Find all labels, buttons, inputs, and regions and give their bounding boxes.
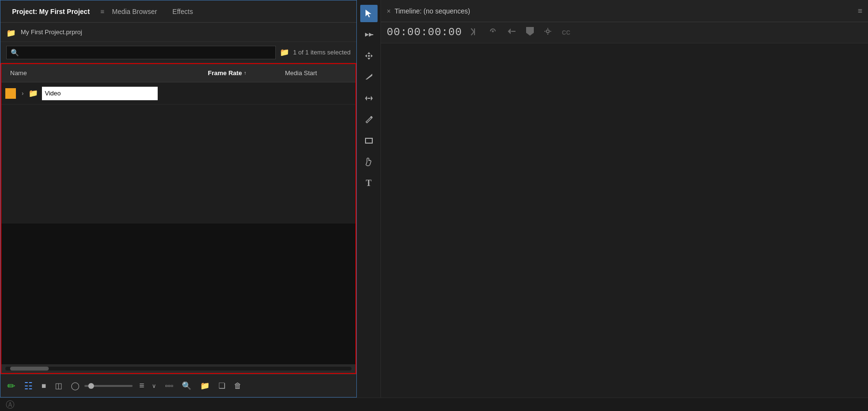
svg-marker-9	[366, 74, 372, 80]
svg-marker-10	[365, 96, 367, 101]
tab-project[interactable]: Project: My First Project	[4, 5, 97, 18]
captions-icon[interactable]: CC	[560, 28, 571, 38]
icon-view-button[interactable]: ■	[40, 380, 48, 392]
scrollbar-track[interactable]	[5, 367, 352, 371]
bottom-bar: Ⓐ	[0, 398, 868, 411]
rectangle-tool[interactable]	[360, 132, 378, 149]
tab-media-browser[interactable]: Media Browser	[104, 5, 164, 18]
tool-strip: T	[357, 0, 381, 398]
svg-marker-5	[367, 58, 370, 60]
up-folder-icon[interactable]: 📁	[6, 28, 16, 36]
freeform-view-button[interactable]: ◫	[53, 379, 64, 392]
svg-point-8	[368, 55, 370, 57]
svg-marker-17	[508, 28, 511, 34]
row-color-swatch[interactable]	[5, 88, 16, 99]
timeline-menu-icon[interactable]: ≡	[858, 7, 862, 15]
new-item-button[interactable]: ✏	[5, 378, 17, 394]
search-wrap[interactable]: 🔍	[6, 46, 276, 59]
zoom-circle-icon[interactable]: ◯	[69, 379, 81, 392]
column-headers: Name Frame Rate ↑ Media Start	[1, 64, 355, 82]
items-selected-label: 1 of 1 items selected	[293, 49, 351, 56]
content-area: Name Frame Rate ↑ Media Start › 📁	[0, 63, 356, 374]
metadata-button[interactable]: ▫▫▫	[163, 380, 175, 392]
col-header-name[interactable]: Name	[5, 69, 208, 77]
hand-tool[interactable]	[360, 153, 378, 171]
scrollbar-thumb[interactable]	[10, 367, 49, 371]
zoom-slider[interactable]	[84, 385, 133, 387]
svg-rect-14	[366, 138, 372, 143]
timeline-toolbar: 00:00:00:00 CC	[381, 22, 868, 43]
col-header-media-start[interactable]: Media Start	[285, 69, 317, 77]
close-button[interactable]: ×	[387, 7, 391, 15]
svg-marker-0	[366, 10, 371, 17]
type-tool[interactable]: T	[360, 174, 378, 192]
svg-marker-19	[526, 27, 534, 36]
panel-tabs: Project: My First Project ≡ Media Browse…	[0, 0, 356, 23]
svg-marker-3	[369, 33, 373, 37]
trim-tool[interactable]	[360, 90, 378, 107]
new-bin-button[interactable]: 📁	[198, 379, 212, 392]
timeline-title: Timeline: (no sequences)	[394, 7, 854, 15]
table-row[interactable]: › 📁	[1, 82, 355, 105]
bottom-toolbar: ✏ ☷ ■ ◫ ◯ ≡ ∨ ▫▫▫ 🔍 📁 ❏	[0, 374, 356, 397]
adobe-logo: Ⓐ	[6, 399, 14, 411]
razor-tool[interactable]	[360, 68, 378, 86]
timecode: 00:00:00:00	[387, 27, 462, 39]
search-input[interactable]	[21, 49, 271, 56]
table-body: › 📁	[1, 82, 355, 224]
row-expand-btn[interactable]: ›	[19, 90, 27, 97]
move-tool[interactable]	[360, 47, 378, 65]
list-view-button[interactable]: ☷	[22, 378, 35, 394]
horizontal-scrollbar[interactable]	[1, 364, 355, 373]
col-header-frame-rate[interactable]: Frame Rate ↑	[208, 69, 285, 77]
search-row: 🔍 📁 1 of 1 items selected	[0, 42, 356, 63]
track-select-tool[interactable]	[360, 26, 378, 43]
search-icon: 🔍	[11, 49, 19, 56]
panel-menu-icon[interactable]: ≡	[100, 8, 104, 15]
svg-marker-6	[365, 54, 367, 57]
svg-point-13	[370, 116, 372, 118]
settings-icon[interactable]	[542, 26, 554, 40]
sort-button[interactable]: ≡	[137, 379, 146, 393]
svg-marker-12	[371, 96, 373, 101]
row-name-input[interactable]	[42, 87, 158, 100]
delete-button[interactable]: 🗑	[232, 380, 244, 392]
markers-icon[interactable]	[525, 26, 535, 40]
preview-area	[1, 224, 355, 365]
zoom-slider-wrap: ◯	[69, 379, 133, 392]
sort-arrow-icon: ↑	[244, 70, 246, 76]
project-file-name: My First Project.prproj	[21, 28, 82, 36]
find-folder-icon[interactable]: 📁	[280, 48, 289, 57]
row-folder-icon: 📁	[28, 89, 38, 98]
selection-tool[interactable]	[360, 5, 378, 22]
search-button[interactable]: 🔍	[180, 379, 193, 392]
tab-effects[interactable]: Effects	[165, 5, 201, 18]
svg-marker-1	[365, 33, 369, 37]
svg-marker-4	[367, 52, 370, 54]
snap-icon[interactable]	[469, 26, 480, 40]
timeline-panel: × Timeline: (no sequences) ≡ 00:00:00:00	[381, 0, 868, 398]
timeline-empty-area	[381, 43, 868, 398]
svg-point-20	[546, 30, 549, 33]
svg-point-16	[492, 30, 494, 32]
pen-tool[interactable]	[360, 111, 378, 128]
timeline-header: × Timeline: (no sequences) ≡	[381, 0, 868, 22]
new-sequence-button[interactable]: ❏	[217, 379, 227, 392]
sort-down-button[interactable]: ∨	[150, 381, 158, 391]
project-panel: Project: My First Project ≡ Media Browse…	[0, 0, 357, 398]
svg-marker-7	[371, 54, 373, 57]
insert-icon[interactable]	[505, 26, 518, 40]
link-icon[interactable]	[487, 26, 499, 40]
file-header: 📁 My First Project.prproj	[0, 23, 356, 42]
